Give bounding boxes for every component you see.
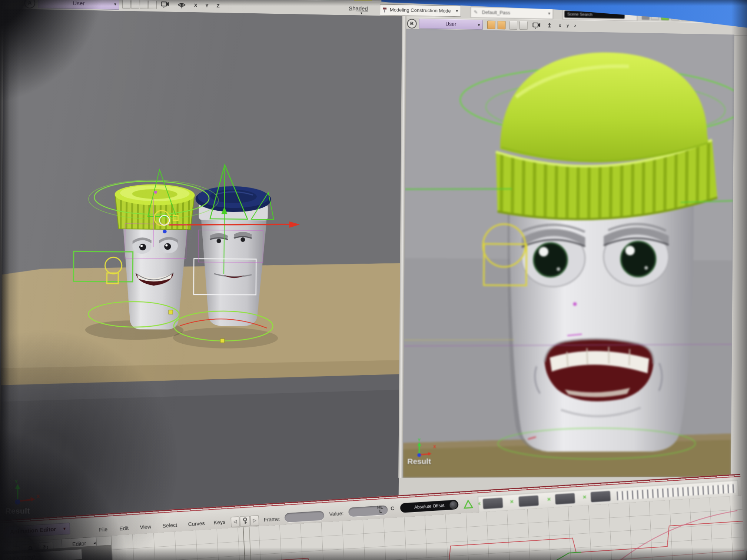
viewport-b-camera-combo[interactable]: User ▾ — [419, 19, 483, 30]
gizmo-b-x-label: X — [433, 444, 436, 449]
viewport-a-memo-button-3[interactable] — [140, 0, 148, 9]
viewport-b-letter[interactable]: B — [407, 19, 417, 29]
viewport-a-camera-combo[interactable]: User ▾ — [38, 0, 119, 10]
render-pass-label: Default_Pass — [482, 7, 510, 18]
anim-menu-view[interactable]: View — [140, 523, 151, 530]
offset-mode-knob[interactable] — [449, 501, 458, 509]
keyframe-block[interactable] — [518, 495, 539, 507]
camera-icon[interactable] — [532, 22, 541, 29]
anim-menu-select[interactable]: Select — [162, 522, 177, 529]
viewport-b-memo-button-3[interactable] — [509, 21, 517, 30]
viewport-b-scene[interactable] — [403, 29, 734, 478]
prev-key-button[interactable]: ◁ — [230, 516, 240, 527]
viewport-b-memo-button-2[interactable] — [498, 21, 506, 29]
chevron-down-icon: ▾ — [456, 6, 458, 16]
keyframe-block[interactable] — [591, 491, 611, 502]
chevron-down-icon: ▾ — [548, 9, 550, 19]
chevron-down-icon: ▼ — [62, 523, 67, 534]
keyframe-block[interactable] — [555, 493, 575, 504]
viewport-a-memo-button-4[interactable] — [148, 0, 157, 9]
chevron-down-icon: ▾ — [361, 11, 362, 15]
construction-mode-icon — [382, 7, 388, 13]
viewport-b[interactable]: Y X Result — [403, 29, 734, 478]
viewport-a-camera-label: User — [73, 0, 85, 6]
viewport-b-memo-button-1[interactable] — [487, 21, 495, 29]
anim-menu-edit[interactable]: Edit — [119, 525, 129, 531]
key-button[interactable] — [240, 516, 250, 527]
construction-mode-label: Modeling Construction Mode — [390, 5, 451, 16]
key-mark-icon: × — [582, 493, 587, 501]
chevron-down-icon: ▾ — [114, 0, 116, 9]
photo-of-screen: GEAR_mc Arnold Window Help Model Animate… — [0, 0, 747, 560]
camera-icon[interactable] — [161, 1, 170, 8]
c-toggle[interactable]: C — [391, 505, 395, 511]
viewport-b-memo-button-4[interactable] — [519, 21, 528, 30]
viewport-a-memo-button-1[interactable] — [122, 0, 131, 9]
hl-toggle[interactable]: HLL — [377, 505, 384, 514]
axis-gizmo-b — [414, 441, 440, 458]
next-key-button[interactable]: ▷ — [250, 515, 259, 526]
viewport-a-scene[interactable] — [0, 9, 402, 521]
key-mark-icon: × — [510, 498, 514, 506]
key-mark-icon: × — [478, 500, 481, 507]
animation-editor-title[interactable]: Animation Editor▼ — [0, 523, 70, 539]
value-label: Value: — [329, 510, 344, 517]
offset-mode-pill[interactable]: Absolute Offset — [400, 500, 458, 513]
viewport-a-letter[interactable]: A — [24, 0, 35, 9]
construction-mode-dropdown[interactable]: Modeling Construction Mode ▾ — [380, 4, 461, 17]
auto-key-icon[interactable] — [463, 500, 473, 509]
viewport-a-axis-toggles[interactable]: X Y Z — [194, 3, 223, 9]
viewport-b-axis-toggles[interactable]: x y z — [559, 23, 578, 28]
room — [0, 9, 402, 521]
frame-input[interactable] — [285, 511, 325, 523]
eye-icon[interactable] — [177, 2, 187, 9]
viewport-a[interactable]: Y X Result — [0, 9, 402, 521]
tree-item[interactable]: Hubrichtung1 — [3, 549, 82, 560]
anim-menu-curves[interactable]: Curves — [188, 520, 205, 527]
viewport-b-camera-label: User — [445, 21, 456, 27]
application-window: GEAR_mc Arnold Window Help Model Animate… — [0, 0, 747, 560]
pencil-icon: ✎ — [474, 7, 478, 17]
gizmo-x-label: X — [37, 494, 40, 499]
up-arrow-icon[interactable]: ↥ — [547, 22, 552, 29]
frame-label: Frame: — [264, 516, 280, 523]
viewport-a-display-mode[interactable]: Shaded — [349, 5, 368, 12]
keyframe-block[interactable] — [483, 498, 503, 509]
anim-menu-file[interactable]: File — [99, 526, 108, 533]
axis-gizmo — [10, 483, 52, 505]
key-mark-icon: × — [547, 496, 551, 503]
viewport-b-result-label: Result — [407, 457, 431, 466]
anim-menu-keys[interactable]: Keys — [213, 519, 225, 526]
key-icon — [242, 517, 247, 524]
chevron-down-icon: ▾ — [478, 20, 480, 30]
viewport-a-result-label: Result — [5, 506, 30, 516]
viewport-a-memo-button-2[interactable] — [131, 0, 139, 9]
